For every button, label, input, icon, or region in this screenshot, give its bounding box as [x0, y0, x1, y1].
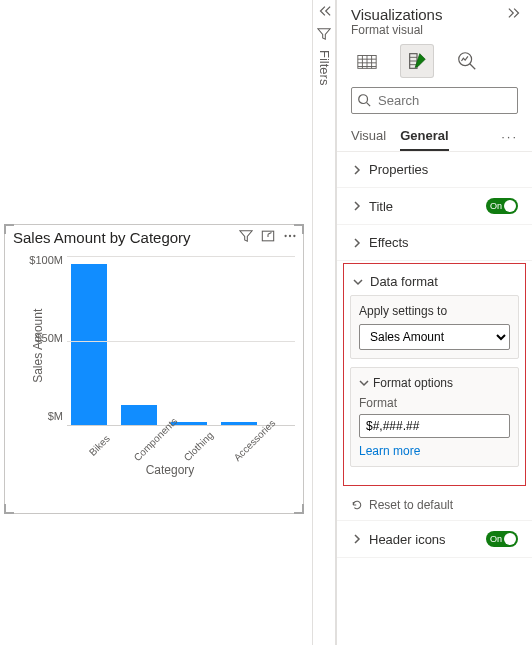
- section-effects[interactable]: Effects: [337, 225, 532, 261]
- y-tick: $50M: [27, 332, 63, 344]
- format-string-input[interactable]: [359, 414, 510, 438]
- section-title[interactable]: Title On: [337, 188, 532, 225]
- chart-visual[interactable]: Sales Amount by Category Sales Amount $1…: [4, 224, 304, 514]
- title-toggle[interactable]: On: [486, 198, 518, 214]
- selection-handle-tl[interactable]: [4, 224, 14, 234]
- svg-point-7: [359, 95, 368, 104]
- svg-point-1: [284, 235, 286, 237]
- chevron-right-icon: [351, 534, 363, 544]
- section-header-icons[interactable]: Header icons On: [337, 521, 532, 558]
- collapse-icon[interactable]: [317, 4, 331, 21]
- format-label: Format: [359, 396, 510, 410]
- plot-area: [67, 256, 295, 426]
- filters-pane-collapsed[interactable]: Filters: [312, 0, 336, 645]
- chart-title: Sales Amount by Category: [13, 229, 233, 246]
- apply-settings-label: Apply settings to: [359, 304, 510, 318]
- section-properties[interactable]: Properties: [337, 152, 532, 188]
- filter-icon: [317, 27, 331, 44]
- chevron-right-icon: [351, 238, 363, 248]
- search-icon: [357, 93, 371, 107]
- y-tick: $M: [27, 410, 63, 422]
- focus-mode-icon[interactable]: [261, 229, 275, 246]
- format-visual-icon[interactable]: [401, 45, 433, 77]
- report-canvas[interactable]: Sales Amount by Category Sales Amount $1…: [0, 0, 312, 645]
- apply-settings-card: Apply settings to Sales Amount: [350, 295, 519, 359]
- tab-general[interactable]: General: [400, 122, 448, 151]
- reset-to-default[interactable]: Reset to default: [337, 490, 532, 521]
- x-tick: Components: [132, 430, 165, 463]
- selection-handle-br[interactable]: [294, 504, 304, 514]
- x-tick: Bikes: [82, 430, 115, 463]
- chevron-down-icon: [352, 277, 364, 287]
- selection-handle-tr[interactable]: [294, 224, 304, 234]
- y-tick: $100M: [27, 254, 63, 266]
- reset-icon: [351, 499, 363, 511]
- highlighted-section: Data format Apply settings to Sales Amou…: [343, 263, 526, 486]
- pane-title: Visualizations: [351, 6, 442, 23]
- filters-label: Filters: [317, 50, 332, 85]
- apply-settings-select[interactable]: Sales Amount: [359, 324, 510, 350]
- x-tick: Clothing: [182, 430, 215, 463]
- pane-subtitle: Format visual: [337, 23, 532, 41]
- chevron-down-icon: [359, 378, 369, 388]
- y-axis-label: Sales Amount: [31, 309, 45, 383]
- chevron-right-icon: [351, 165, 363, 175]
- chevron-right-icon: [351, 201, 363, 211]
- visualizations-pane: Visualizations Format visual Visual Gene…: [336, 0, 532, 645]
- analytics-icon[interactable]: [451, 45, 483, 77]
- format-options-card: Format options Format Learn more: [350, 367, 519, 467]
- tab-more-icon[interactable]: ···: [501, 129, 518, 144]
- selection-handle-bl[interactable]: [4, 504, 14, 514]
- learn-more-link[interactable]: Learn more: [359, 444, 420, 458]
- x-tick: Accessories: [232, 430, 265, 463]
- header-icons-toggle[interactable]: On: [486, 531, 518, 547]
- bar[interactable]: [71, 264, 107, 425]
- svg-point-2: [289, 235, 291, 237]
- expand-icon[interactable]: [508, 6, 522, 23]
- filter-icon[interactable]: [239, 229, 253, 246]
- bar[interactable]: [221, 422, 257, 425]
- build-visual-icon[interactable]: [351, 45, 383, 77]
- section-data-format[interactable]: Data format: [350, 266, 519, 295]
- tab-visual[interactable]: Visual: [351, 122, 386, 151]
- bar[interactable]: [121, 405, 157, 425]
- format-options-header[interactable]: Format options: [359, 376, 510, 390]
- search-input[interactable]: [351, 87, 518, 114]
- svg-point-3: [293, 235, 295, 237]
- x-axis-label: Category: [45, 463, 295, 477]
